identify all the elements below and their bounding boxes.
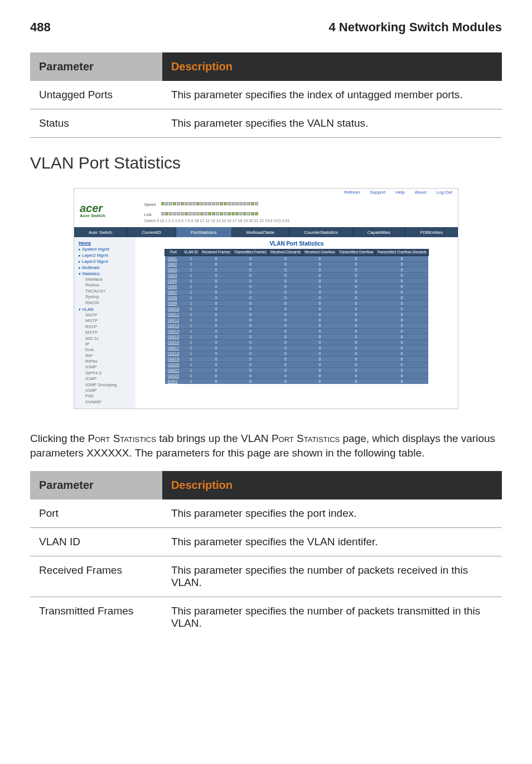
nav-sub-item[interactable]: SNTP [85, 313, 132, 318]
port-link[interactable]: Gi0/19 [165, 356, 182, 362]
port-link[interactable]: Gi0/22 [165, 373, 182, 378]
nav-group[interactable]: Statistics [79, 271, 132, 276]
embedded-screenshot: RefreshSupportHelpAboutLog Out acer Acer… [74, 188, 458, 409]
stat-cell: 0 [233, 378, 269, 384]
stat-cell: 0 [268, 362, 302, 367]
nav-sub-item[interactable]: 802.1x [85, 336, 132, 342]
nav-sub-item[interactable]: PIM [85, 393, 132, 399]
stat-cell: 0 [233, 311, 269, 317]
stat-cell: 0 [337, 362, 375, 367]
tab-capabilities[interactable]: Capabilities [353, 227, 405, 237]
nav-sub-item[interactable]: DVMRP [85, 400, 132, 405]
port-link[interactable]: Gi0/1 [165, 256, 182, 261]
vps-col-header: Port [165, 249, 182, 256]
nav-sub-item[interactable]: Interface [85, 277, 132, 282]
port-led-icon [181, 202, 184, 205]
stat-cell: 0 [233, 362, 269, 367]
stat-cell: 0 [303, 289, 337, 295]
nav-sub-item[interactable]: RMON [85, 300, 132, 306]
port-link[interactable]: Gi0/6 [165, 284, 182, 289]
port-led-icon [196, 212, 200, 215]
toplink-about[interactable]: About [415, 190, 427, 195]
stat-cell: 0 [375, 295, 429, 300]
nav-sub-item[interactable]: RIP6s [85, 359, 132, 364]
port-led-icon [216, 202, 219, 205]
nav-sub-item[interactable]: Syslog [85, 294, 132, 300]
stat-cell: 0 [200, 323, 233, 328]
panel-title: VLAN Port Statistics [139, 241, 454, 247]
nav-sub-item[interactable]: ICMP [85, 376, 132, 382]
tab-multicasttable[interactable]: MulticastTable [232, 227, 290, 237]
stat-cell: 0 [268, 345, 302, 350]
port-link[interactable]: Gi0/4 [165, 272, 182, 278]
nav-sub-item[interactable]: IP [85, 342, 132, 347]
port-link[interactable]: Gi0/20 [165, 362, 182, 367]
stat-cell: 0 [337, 373, 375, 378]
nav-sub-item[interactable]: MSTP [85, 330, 132, 335]
nav-sub-item[interactable]: EoA [85, 347, 132, 353]
port-link[interactable]: Gi0/10 [165, 306, 182, 311]
table-row: Gi0/191000000 [165, 356, 429, 362]
nav-sub-item[interactable]: IGMP [85, 364, 132, 370]
param-table-2: Parameter Description PortThis parameter… [30, 471, 502, 637]
toplink-support[interactable]: Support [370, 190, 385, 195]
port-link[interactable]: Gi0/17 [165, 345, 182, 350]
port-link[interactable]: Gi0/9 [165, 300, 182, 306]
port-led-icon [204, 202, 207, 205]
port-link[interactable]: Gi0/15 [165, 334, 182, 339]
nav-group[interactable]: Layer3 Mgmt [79, 259, 132, 264]
port-link[interactable]: Gi0/16 [165, 339, 182, 345]
nav-group[interactable]: System Mgmt [79, 247, 132, 252]
nav-group[interactable]: Multicast [79, 265, 132, 270]
nav-sub-item[interactable]: ISPF4.0 [85, 371, 132, 376]
stat-cell: 0 [268, 378, 302, 384]
port-led-icon [177, 212, 180, 215]
port-link[interactable]: Gi0/3 [165, 267, 182, 272]
nav-home[interactable]: Home [79, 241, 132, 246]
port-link[interactable]: Gi0/18 [165, 350, 182, 356]
table-row: Gi0/171000000 [165, 345, 429, 350]
toplink-help[interactable]: Help [395, 190, 404, 195]
port-link[interactable]: Gi0/11 [165, 311, 182, 317]
tab-currentid[interactable]: CurrentID [127, 227, 176, 237]
nav-sub-item[interactable]: RIP [85, 353, 132, 359]
stat-cell: 0 [375, 362, 429, 367]
tab-acer switch[interactable]: Acer Switch [74, 227, 127, 237]
tab-portstatistics[interactable]: PortStatistics [176, 227, 232, 237]
port-led-icon [212, 212, 215, 215]
stat-cell: 0 [200, 300, 233, 306]
stat-cell: 0 [337, 278, 375, 284]
port-link[interactable]: Gi0/14 [165, 328, 182, 334]
nav-sub-item[interactable]: MSTP [85, 318, 132, 324]
port-link[interactable]: Gi0/2 [165, 261, 182, 267]
nav-sub-item[interactable]: IGMP [85, 388, 132, 393]
table-row: Gi0/21000000 [165, 261, 429, 267]
port-link[interactable]: Gi0/13 [165, 323, 182, 328]
nav-sub-item[interactable]: RSTP [85, 324, 132, 330]
port-link[interactable]: Gi0/12 [165, 317, 182, 323]
table-row: Gi0/111000000 [165, 311, 429, 317]
toplink-log-out[interactable]: Log Out [437, 190, 452, 195]
tab-fdbentries[interactable]: FDBEntries [405, 227, 458, 237]
stat-cell: 0 [337, 378, 375, 384]
stat-cell: 0 [233, 345, 269, 350]
nav-sub-item[interactable]: IGMP Snooping [85, 382, 132, 388]
port-link[interactable]: Ex0/1 [165, 378, 182, 384]
nav-sub-item[interactable]: Radius [85, 282, 132, 288]
port-link[interactable]: Gi0/21 [165, 367, 182, 373]
toplink-refresh[interactable]: Refresh [344, 190, 360, 195]
stat-cell: 0 [233, 278, 269, 284]
nav-group[interactable]: Layer2 Mgmt [79, 253, 132, 258]
vlan-id-cell: 1 [182, 300, 200, 306]
stat-cell: 0 [200, 373, 233, 378]
tab-counterstatistics[interactable]: CounterStatistics [289, 227, 352, 237]
nav-sub-item[interactable]: TACACS+ [85, 289, 132, 294]
nav-group[interactable]: VLAN [79, 307, 132, 312]
stat-cell: 0 [303, 306, 337, 311]
port-link[interactable]: Gi0/7 [165, 289, 182, 295]
port-link[interactable]: Gi0/8 [165, 295, 182, 300]
vps-col-header: Transmitted Frames [233, 249, 269, 256]
port-link[interactable]: Gi0/5 [165, 278, 182, 284]
port-led-icon [208, 212, 211, 215]
port-led-icon [161, 212, 165, 215]
